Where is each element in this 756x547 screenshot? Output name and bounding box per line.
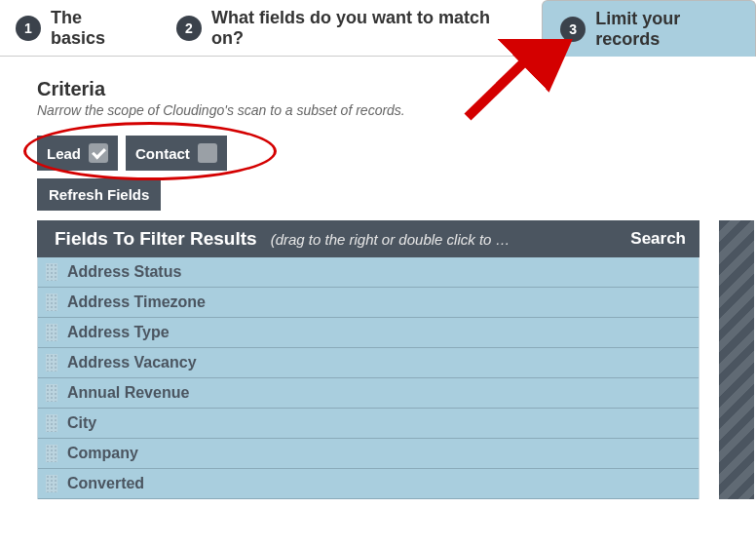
field-label: Address Timezone — [67, 293, 206, 311]
list-item[interactable]: Company — [38, 439, 699, 469]
criteria-subtitle: Narrow the scope of Cloudingo's scan to … — [37, 102, 756, 118]
tab-number: 3 — [560, 17, 586, 42]
list-item[interactable]: Address Vacancy — [38, 348, 699, 378]
contact-toggle-button[interactable]: Contact — [126, 136, 227, 171]
field-label: Company — [67, 445, 138, 462]
drag-handle-icon[interactable] — [46, 324, 57, 341]
tab-label: Limit your records — [595, 9, 737, 50]
panel-header: Fields To Filter Results (drag to the ri… — [37, 220, 699, 257]
search-button[interactable]: Search — [630, 229, 686, 249]
object-toggle-row: Lead Contact — [37, 136, 756, 171]
panel-hint: (drag to the right or double click to … — [271, 231, 618, 248]
drag-handle-icon[interactable] — [46, 263, 57, 281]
fields-filter-panel: Fields To Filter Results (drag to the ri… — [37, 220, 699, 499]
field-label: Address Status — [67, 263, 181, 281]
contact-label: Contact — [135, 145, 190, 162]
drag-handle-icon[interactable] — [46, 384, 57, 402]
panel-title: Fields To Filter Results — [55, 228, 257, 250]
wizard-tabs: 1 The basics 2 What fields do you want t… — [0, 0, 756, 57]
tab-basics[interactable]: 1 The basics — [10, 0, 139, 56]
field-label: Annual Revenue — [67, 384, 189, 402]
tab-number: 1 — [16, 16, 41, 41]
contact-checkbox[interactable] — [198, 143, 217, 163]
field-label: Converted — [67, 475, 144, 492]
list-item[interactable]: Converted — [38, 469, 699, 499]
field-label: City — [67, 414, 96, 432]
tab-number: 2 — [176, 16, 202, 41]
drag-handle-icon[interactable] — [46, 445, 57, 462]
list-item[interactable]: Address Type — [38, 318, 699, 348]
field-list: Address Status Address Timezone Address … — [37, 257, 699, 499]
tab-limit-records[interactable]: 3 Limit your records — [542, 0, 756, 57]
list-item[interactable]: Address Timezone — [38, 288, 699, 318]
list-item[interactable]: Annual Revenue — [38, 378, 699, 409]
drag-handle-icon[interactable] — [46, 354, 57, 371]
list-item[interactable]: City — [38, 409, 699, 439]
drop-target-panel[interactable] — [719, 220, 754, 499]
lead-checkbox[interactable] — [89, 143, 108, 163]
list-item[interactable]: Address Status — [38, 257, 699, 288]
criteria-heading: Criteria — [37, 78, 756, 100]
lead-label: Lead — [47, 145, 81, 162]
lead-toggle-button[interactable]: Lead — [37, 136, 118, 171]
field-label: Address Vacancy — [67, 354, 197, 371]
drag-handle-icon[interactable] — [46, 475, 57, 492]
field-label: Address Type — [67, 324, 170, 341]
tab-fields-match[interactable]: 2 What fields do you want to match on? — [170, 0, 510, 56]
tab-label: What fields do you want to match on? — [211, 8, 505, 49]
drag-handle-icon[interactable] — [46, 414, 57, 432]
refresh-fields-button[interactable]: Refresh Fields — [37, 178, 161, 211]
tab-label: The basics — [51, 8, 133, 49]
drag-handle-icon[interactable] — [46, 293, 57, 311]
